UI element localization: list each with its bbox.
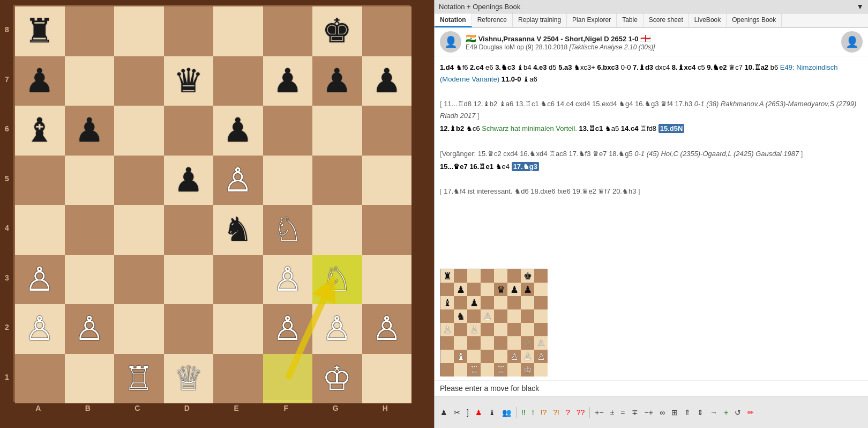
- square-e5[interactable]: ♙: [213, 156, 263, 205]
- square-h4[interactable]: [362, 205, 412, 255]
- square-b7[interactable]: [65, 56, 115, 106]
- tab-reference[interactable]: Reference: [472, 13, 513, 27]
- square-d2[interactable]: [164, 304, 214, 354]
- square-f2[interactable]: ♙: [263, 304, 313, 354]
- square-d3[interactable]: [164, 255, 214, 305]
- toolbar-initiative-btn[interactable]: ⇑: [682, 407, 693, 418]
- square-d5[interactable]: ♟: [164, 156, 214, 205]
- toolbar-good-btn[interactable]: !: [529, 407, 537, 418]
- square-e2[interactable]: [213, 304, 263, 354]
- square-a8[interactable]: ♜: [15, 6, 65, 56]
- square-h6[interactable]: [362, 106, 412, 156]
- toolbar-interesting-btn[interactable]: !?: [538, 407, 550, 418]
- toolbar-counterplay-btn[interactable]: ⇕: [694, 407, 706, 418]
- toolbar-bracket-btn[interactable]: ]: [464, 407, 472, 418]
- square-a3[interactable]: ♙: [15, 255, 65, 305]
- toolbar-dubious-btn[interactable]: ?!: [550, 407, 562, 418]
- square-h7[interactable]: ♟: [362, 56, 412, 106]
- square-d6[interactable]: [164, 106, 214, 156]
- square-h5[interactable]: [362, 156, 412, 205]
- square-g8[interactable]: ♚: [312, 6, 362, 56]
- toolbar-bishop-btn[interactable]: ♝: [486, 407, 498, 418]
- square-d8[interactable]: [164, 6, 214, 56]
- toolbar-eraser-btn[interactable]: ✏: [745, 407, 757, 418]
- square-b3[interactable]: [65, 255, 115, 305]
- square-e1[interactable]: [213, 354, 263, 404]
- square-f5[interactable]: [263, 156, 313, 205]
- toolbar-blunder-btn[interactable]: ??: [574, 407, 588, 418]
- square-e4[interactable]: ♞: [213, 205, 263, 255]
- toolbar-piece-btn[interactable]: ♟: [438, 407, 450, 418]
- tab-openings-book[interactable]: Openings Book: [727, 13, 782, 27]
- square-c7[interactable]: [114, 56, 164, 106]
- square-d1[interactable]: ♕: [164, 354, 214, 404]
- square-f3[interactable]: ♙: [263, 255, 313, 305]
- square-g3[interactable]: ♘: [312, 255, 362, 305]
- square-d4[interactable]: [164, 205, 214, 255]
- toolbar-equal-btn[interactable]: =: [618, 407, 627, 418]
- square-g4[interactable]: [312, 205, 362, 255]
- square-h8[interactable]: [362, 6, 412, 56]
- toolbar-attack-btn[interactable]: →: [707, 407, 720, 418]
- toolbar-black-adv-btn[interactable]: −+: [642, 407, 656, 418]
- square-f8[interactable]: [263, 6, 313, 56]
- square-c1[interactable]: ♖: [114, 354, 164, 404]
- square-c6[interactable]: [114, 106, 164, 156]
- square-a2[interactable]: ♙: [15, 304, 65, 354]
- toolbar-undo-btn[interactable]: ↺: [732, 407, 744, 418]
- square-a5[interactable]: [15, 156, 65, 205]
- tab-replay-training[interactable]: Replay training: [513, 13, 567, 27]
- square-h3[interactable]: [362, 255, 412, 305]
- square-g5[interactable]: [312, 156, 362, 205]
- chessboard[interactable]: ♜♚♟♛♟♟♟♝♟♟♟♙♞♘♙♙♘♙♙♙♙♙♖♕♔: [13, 5, 410, 402]
- square-a6[interactable]: ♝: [15, 106, 65, 156]
- square-d7[interactable]: ♛: [164, 56, 214, 106]
- square-b4[interactable]: [65, 205, 115, 255]
- tab-livebook[interactable]: LiveBook: [689, 13, 727, 27]
- square-e6[interactable]: ♟: [213, 106, 263, 156]
- square-h2[interactable]: ♙: [362, 304, 412, 354]
- square-b6[interactable]: ♟: [65, 106, 115, 156]
- tab-score-sheet[interactable]: Score sheet: [643, 13, 689, 27]
- square-f7[interactable]: ♟: [263, 56, 313, 106]
- toolbar-slight-black-btn[interactable]: ∓: [629, 407, 641, 418]
- square-f1[interactable]: [263, 354, 313, 404]
- notation-text[interactable]: 1.d4 ♞f6 2.c4 e6 3.♞c3 ♝b4 4.e3 d5 5.a3 …: [435, 56, 868, 264]
- square-c5[interactable]: [114, 156, 164, 205]
- square-b8[interactable]: [65, 6, 115, 56]
- toolbar-white-adv-btn[interactable]: +−: [592, 407, 606, 418]
- square-g2[interactable]: ♙: [312, 304, 362, 354]
- toolbar-slight-white-btn[interactable]: ±: [608, 407, 617, 418]
- tab-table[interactable]: Table: [617, 13, 643, 27]
- toolbar-players-btn[interactable]: 👥: [499, 407, 514, 418]
- toolbar-brilliant-btn[interactable]: !!: [519, 407, 528, 418]
- toolbar-plus-btn[interactable]: +: [721, 407, 731, 418]
- toolbar-unclear-btn[interactable]: ∞: [657, 407, 668, 418]
- toolbar-mistake-btn[interactable]: ?: [563, 407, 573, 418]
- square-c2[interactable]: [114, 304, 164, 354]
- square-c4[interactable]: [114, 205, 164, 255]
- tab-notation[interactable]: Notation: [435, 13, 472, 27]
- toolbar-black-piece-btn[interactable]: ♟: [473, 407, 485, 418]
- square-e8[interactable]: [213, 6, 263, 56]
- square-h1[interactable]: [362, 354, 412, 404]
- square-e7[interactable]: [213, 56, 263, 106]
- square-e3[interactable]: [213, 255, 263, 305]
- square-c8[interactable]: [114, 6, 164, 56]
- square-b1[interactable]: [65, 354, 115, 404]
- square-a7[interactable]: ♟: [15, 56, 65, 106]
- square-f4[interactable]: ♘: [263, 205, 313, 255]
- toolbar-cut-btn[interactable]: ✂: [451, 407, 463, 418]
- square-g1[interactable]: ♔: [312, 354, 362, 404]
- square-b2[interactable]: ♙: [65, 304, 115, 354]
- square-a1[interactable]: [15, 354, 65, 404]
- square-b5[interactable]: [65, 156, 115, 205]
- close-button[interactable]: ▼: [856, 2, 864, 11]
- square-g6[interactable]: [312, 106, 362, 156]
- tab-plan-explorer[interactable]: Plan Explorer: [567, 13, 617, 27]
- square-c3[interactable]: [114, 255, 164, 305]
- square-a4[interactable]: [15, 205, 65, 255]
- square-f6[interactable]: [263, 106, 313, 156]
- toolbar-space-btn[interactable]: ⊞: [669, 407, 680, 418]
- square-g7[interactable]: ♟: [312, 56, 362, 106]
